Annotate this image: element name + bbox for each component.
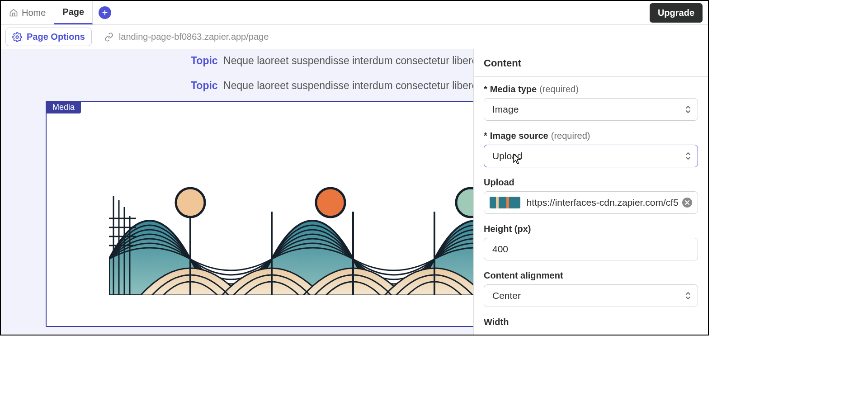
field-image-source: * Image source (required) Upload	[484, 131, 698, 167]
topic-line-1[interactable]: Topic Neque laoreet suspendisse interdum…	[191, 55, 473, 67]
plus-icon	[99, 6, 111, 19]
topic-text-1: Neque laoreet suspendisse interdum conse…	[223, 55, 473, 66]
required-star: *	[484, 84, 487, 94]
topic-label-1: Topic	[191, 55, 218, 66]
media-type-value: Image	[492, 104, 519, 115]
gear-icon	[12, 32, 22, 42]
image-source-value: Upload	[492, 151, 523, 161]
tab-home[interactable]: Home	[1, 1, 54, 24]
main-area: Topic Neque laoreet suspendisse interdum…	[1, 49, 708, 335]
page-canvas[interactable]: Topic Neque laoreet suspendisse interdum…	[1, 49, 473, 335]
page-options-button[interactable]: Page Options	[5, 28, 92, 46]
link-icon	[104, 33, 113, 42]
add-tab-button[interactable]	[93, 1, 117, 24]
upload-label: Upload	[484, 177, 514, 188]
alignment-value: Center	[492, 290, 521, 301]
required-star: *	[484, 131, 487, 141]
width-label: Width	[484, 317, 509, 327]
field-upload: Upload https://interfaces-cdn.zapier.com…	[484, 177, 698, 214]
upload-file-input[interactable]: https://interfaces-cdn.zapier.com/cf5	[484, 191, 698, 214]
topic-line-2[interactable]: Topic Neque laoreet suspendisse interdum…	[191, 80, 473, 92]
image-source-required: (required)	[551, 131, 590, 141]
svg-point-6	[176, 188, 205, 217]
sub-bar: Page Options landing-page-bf0863.zapier.…	[1, 25, 708, 49]
upgrade-button[interactable]: Upgrade	[650, 3, 703, 23]
panel-title: Content	[474, 49, 708, 77]
svg-point-8	[456, 188, 473, 217]
image-source-label: Image source	[490, 131, 548, 141]
page-url[interactable]: landing-page-bf0863.zapier.app/page	[104, 32, 269, 42]
panel-body[interactable]: * Media type (required) Image * Image so…	[474, 77, 708, 335]
field-media-type: * Media type (required) Image	[484, 84, 698, 121]
height-input[interactable]	[484, 238, 698, 260]
media-image	[109, 178, 473, 326]
media-block[interactable]: Media	[46, 101, 473, 327]
media-type-select[interactable]: Image	[484, 98, 698, 121]
tab-page-label: Page	[62, 7, 84, 17]
page-options-label: Page Options	[27, 32, 85, 42]
field-height: Height (px)	[484, 224, 698, 260]
media-type-label: Media type	[490, 84, 537, 94]
home-icon	[9, 8, 18, 17]
upload-url-text: https://interfaces-cdn.zapier.com/cf5	[527, 197, 678, 208]
tab-page[interactable]: Page	[54, 1, 93, 24]
page-url-text: landing-page-bf0863.zapier.app/page	[119, 32, 269, 42]
media-type-required: (required)	[539, 84, 579, 94]
media-badge: Media	[46, 101, 81, 113]
svg-point-0	[16, 36, 19, 38]
properties-panel: Content * Media type (required) Image *	[473, 49, 708, 335]
upload-thumbnail	[490, 197, 520, 208]
alignment-label: Content alignment	[484, 270, 563, 281]
chevron-updown-icon	[685, 291, 691, 300]
image-source-select[interactable]: Upload	[484, 145, 698, 167]
chevron-updown-icon	[685, 105, 691, 114]
top-tab-bar: Home Page Upgrade	[1, 1, 708, 25]
field-width: Width	[484, 317, 698, 327]
chevron-updown-icon	[685, 151, 691, 161]
topic-text-2: Neque laoreet suspendisse interdum conse…	[223, 80, 473, 91]
clear-upload-button[interactable]	[682, 198, 692, 208]
tab-home-label: Home	[22, 8, 46, 18]
svg-point-7	[316, 188, 345, 217]
height-label: Height (px)	[484, 224, 531, 234]
alignment-select[interactable]: Center	[484, 284, 698, 307]
topic-label-2: Topic	[191, 80, 218, 91]
field-alignment: Content alignment Center	[484, 270, 698, 307]
